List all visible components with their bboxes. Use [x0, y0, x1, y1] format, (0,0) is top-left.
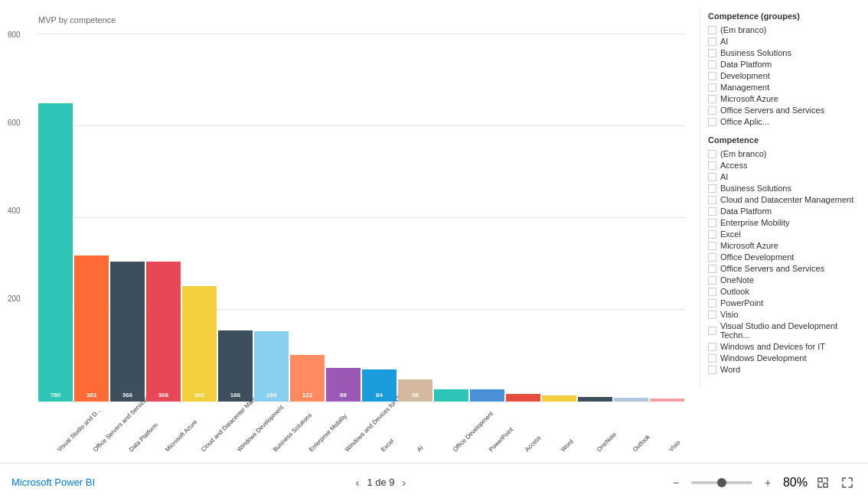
bar-group[interactable]: 88Windows and Devices for IT	[326, 368, 361, 402]
bar-group[interactable]: Visio	[650, 399, 684, 402]
filter-item[interactable]: (Em branco)	[708, 149, 860, 158]
filter-checkbox[interactable]	[708, 299, 716, 307]
bar-group[interactable]: Outlook	[614, 398, 648, 402]
bar-group[interactable]: Office Development	[434, 389, 468, 402]
bar-x-label: AI	[416, 444, 425, 454]
filter-checkbox[interactable]	[708, 37, 716, 46]
zoom-level: 80%	[783, 476, 808, 490]
filter-checkbox[interactable]	[708, 72, 716, 80]
fullscreen-icon[interactable]	[838, 473, 857, 492]
bar-group[interactable]: Word	[542, 395, 576, 402]
bar-group[interactable]: Access	[506, 394, 540, 402]
filter-checkbox[interactable]	[708, 354, 716, 363]
filter-item[interactable]: Microsoft Azure	[708, 94, 860, 103]
minus-icon[interactable]: −	[667, 473, 685, 492]
filter-item[interactable]: Development	[708, 71, 860, 80]
filter-item-label: Business Solutions	[720, 184, 791, 193]
filter-item[interactable]: Excel	[708, 229, 860, 239]
filter-item[interactable]: AI	[708, 172, 860, 181]
plus-icon[interactable]: +	[759, 473, 777, 492]
filter-checkbox[interactable]	[708, 26, 716, 34]
filter-item[interactable]: (Em branco)	[708, 25, 860, 34]
bar-group[interactable]: 383Office Servers and Services	[74, 255, 109, 402]
filter-item[interactable]: Enterprise Mobility	[708, 218, 860, 227]
filter-checkbox[interactable]	[708, 184, 716, 193]
filter-item[interactable]: Office Servers and Services	[708, 106, 860, 115]
expand-icon[interactable]	[814, 473, 832, 492]
filter-checkbox[interactable]	[708, 161, 716, 170]
filter-checkbox[interactable]	[708, 276, 716, 285]
filter-checkbox[interactable]	[708, 95, 716, 103]
bar-rect: 122	[290, 355, 325, 402]
bar-group[interactable]: OneNote	[578, 397, 612, 402]
next-page-button[interactable]: ›	[403, 477, 406, 489]
filter-item-label: Enterprise Mobility	[720, 218, 789, 227]
filter-checkbox[interactable]	[708, 327, 716, 335]
bar-group[interactable]: 186Windows Development	[218, 330, 253, 402]
filter-item[interactable]: Office Aplic...	[708, 117, 860, 126]
filter-item-label: Development	[720, 71, 770, 80]
filter-item[interactable]: Data Platform	[708, 207, 860, 216]
filter-item[interactable]: Visio	[708, 310, 860, 319]
filter-item[interactable]: Windows Development	[708, 353, 860, 363]
filter-checkbox[interactable]	[708, 219, 716, 227]
filter-item[interactable]: Access	[708, 161, 860, 170]
bar-group[interactable]: 302Cloud and Datacenter Management	[182, 286, 217, 402]
bar-group[interactable]: PowerPoint	[470, 389, 504, 402]
bar-group[interactable]: 366Microsoft Azure	[146, 262, 181, 402]
filter-item[interactable]: Microsoft Azure	[708, 241, 860, 250]
bar-value-label: 122	[290, 392, 325, 399]
prev-page-button[interactable]: ‹	[356, 477, 360, 489]
filter-checkbox[interactable]	[708, 265, 716, 273]
filter-item[interactable]: OneNote	[708, 275, 860, 285]
filter-item[interactable]: Business Solutions	[708, 48, 860, 57]
filter-item-label: Microsoft Azure	[720, 94, 778, 103]
filter-checkbox[interactable]	[708, 207, 716, 216]
filter-item[interactable]: Outlook	[708, 287, 860, 296]
filter-item[interactable]: Office Development	[708, 252, 860, 262]
filter-item[interactable]: PowerPoint	[708, 298, 860, 307]
filter-checkbox[interactable]	[708, 83, 716, 92]
filter-checkbox[interactable]	[708, 49, 716, 57]
filter-item[interactable]: Data Platform	[708, 60, 860, 69]
filter-section-title: Competence (groupes)	[708, 11, 860, 21]
zoom-slider[interactable]	[691, 481, 752, 484]
bar-rect: 184	[254, 331, 289, 402]
filter-checkbox[interactable]	[708, 343, 716, 351]
filter-checkbox[interactable]	[708, 230, 716, 239]
filter-checkbox[interactable]	[708, 150, 716, 158]
filter-checkbox[interactable]	[708, 311, 716, 319]
bar-group[interactable]: 122Enterprise Mobility	[290, 355, 325, 402]
filter-item[interactable]: Office Servers and Services	[708, 264, 860, 273]
filter-checkbox[interactable]	[708, 60, 716, 69]
filter-item-label: Office Servers and Services	[720, 106, 824, 115]
filter-checkbox[interactable]	[708, 288, 716, 296]
filter-sidebar: Competence (groupes)(Em branco)AIBusines…	[700, 8, 868, 387]
bar-group[interactable]: 780Visual Studio and D...	[38, 103, 73, 402]
filter-section: Competence(Em branco)AccessAIBusiness So…	[708, 135, 860, 374]
filter-item[interactable]: Business Solutions	[708, 184, 860, 193]
filter-checkbox[interactable]	[708, 253, 716, 262]
filter-checkbox[interactable]	[708, 242, 716, 250]
filter-item[interactable]: Windows and Devices for IT	[708, 342, 860, 351]
filter-checkbox[interactable]	[708, 106, 716, 115]
filter-checkbox[interactable]	[708, 196, 716, 204]
bar-value-label: 780	[38, 392, 73, 399]
filter-checkbox[interactable]	[708, 118, 716, 126]
filter-checkbox[interactable]	[708, 173, 716, 181]
filter-item[interactable]: Word	[708, 365, 860, 374]
filter-item[interactable]: Visual Studio and Development Techn...	[708, 321, 860, 340]
filter-section: Competence (groupes)(Em branco)AIBusines…	[708, 11, 860, 126]
bar-x-label: Microsoft Azure	[164, 418, 198, 453]
filter-item[interactable]: Management	[708, 83, 860, 92]
filter-item[interactable]: AI	[708, 37, 860, 46]
bar-group[interactable]: 58AI	[398, 379, 432, 402]
filter-checkbox[interactable]	[708, 366, 716, 374]
filter-item[interactable]: Cloud and Datacenter Management	[708, 195, 860, 204]
filter-item-label: Visual Studio and Development Techn...	[720, 321, 860, 340]
bar-group[interactable]: 184Business Solutions	[254, 331, 289, 402]
bar-group[interactable]: 366Data Platform	[110, 262, 145, 402]
powerbi-link[interactable]: Microsoft Power BI	[11, 477, 95, 488]
bar-rect: 302	[182, 286, 217, 402]
bar-group[interactable]: 84Excel	[362, 369, 396, 402]
